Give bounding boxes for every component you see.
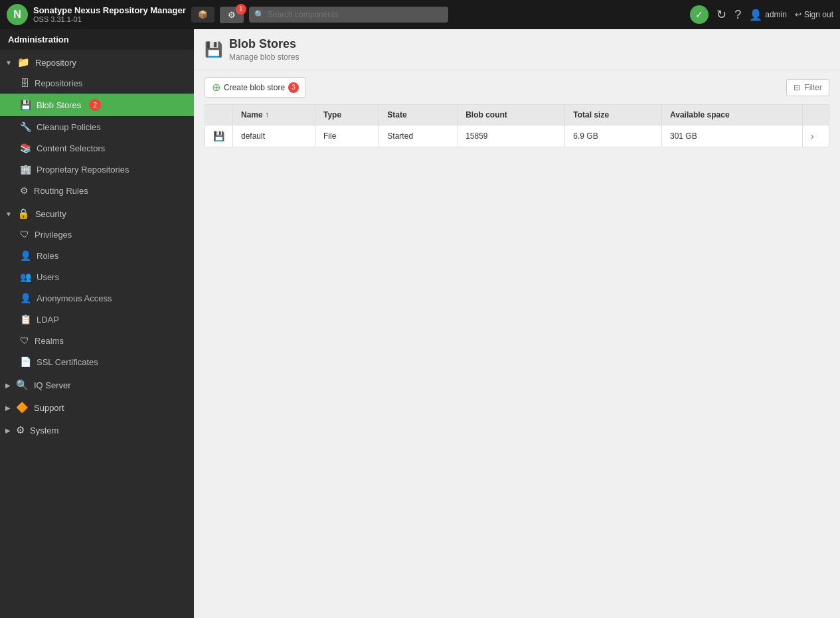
sidebar-item-repositories[interactable]: 🗄 Repositories — [0, 72, 194, 94]
sidebar-item-anonymous-access[interactable]: 👤 Anonymous Access — [0, 287, 194, 309]
sidebar-item-label: LDAP — [37, 315, 59, 325]
refresh-button[interactable]: ↻ — [716, 7, 726, 22]
filter-label: Filter — [804, 83, 822, 92]
iq-server-group-label: IQ Server — [34, 380, 71, 390]
col-available-space-header[interactable]: Available space — [662, 105, 803, 125]
col-total-size-label: Total size — [573, 110, 609, 119]
help-button[interactable]: ? — [734, 8, 741, 22]
page-header-text: Blob Stores Manage blob stores — [229, 37, 299, 62]
page-subtitle: Manage blob stores — [229, 52, 299, 62]
cell-blob-count: 15859 — [458, 125, 565, 147]
sidebar-item-privileges[interactable]: 🛡 Privileges — [0, 224, 194, 245]
cell-total-size: 6.9 GB — [565, 125, 662, 147]
cell-name: default — [233, 125, 315, 147]
gear-badge: 1 — [236, 4, 246, 15]
privileges-icon: 🛡 — [20, 229, 29, 240]
gear-icon: ⚙ — [228, 10, 236, 20]
table-row: 💾 default File Started 15859 6.9 GB 301 … — [205, 125, 829, 147]
user-icon: 👤 — [749, 9, 762, 21]
sidebar-group-security[interactable]: ▼ 🔒 Security — [0, 201, 194, 224]
status-area: ✓ ↻ ? 👤 admin ↩ Sign out — [690, 5, 833, 24]
col-type-header[interactable]: Type — [315, 105, 378, 125]
admin-label: Administration — [0, 29, 194, 50]
signout-label: Sign out — [804, 10, 833, 19]
row-expand-icon[interactable]: › — [811, 131, 814, 141]
health-check-icon[interactable]: ✓ — [690, 5, 709, 24]
sidebar-item-proprietary-repositories[interactable]: 🏢 Proprietary Repositories — [0, 159, 194, 180]
sidebar-item-ldap[interactable]: 📋 LDAP — [0, 309, 194, 330]
col-name-label: Name ↑ — [241, 110, 269, 119]
gear-button[interactable]: ⚙ 1 — [220, 7, 244, 23]
sidebar-item-label: Routing Rules — [34, 186, 88, 196]
search-box[interactable]: 🔍 — [249, 7, 448, 23]
iq-server-group-icon: 🔍 — [16, 379, 29, 391]
user-menu[interactable]: 👤 admin — [749, 9, 787, 21]
ldap-icon: 📋 — [20, 314, 31, 325]
sidebar-section-system: ▶ ⚙ System — [0, 418, 194, 440]
chevron-right-icon: ▶ — [5, 382, 11, 389]
sidebar-item-content-selectors[interactable]: 📚 Content Selectors — [0, 137, 194, 159]
sidebar-item-label: Cleanup Policies — [37, 122, 101, 132]
col-state-header[interactable]: State — [379, 105, 458, 125]
sidebar-item-label: Content Selectors — [37, 143, 105, 153]
app-version: OSS 3.31.1-01 — [33, 15, 186, 24]
filter-icon: ⊟ — [794, 83, 800, 92]
col-type-label: Type — [323, 110, 341, 119]
sidebar-item-roles[interactable]: 👤 Roles — [0, 245, 194, 266]
toolbar: ⊕ Create blob store 3 ⊟ Filter — [194, 70, 840, 104]
topnav: N Sonatype Nexus Repository Manager OSS … — [0, 0, 840, 29]
cleanup-policies-icon: 🔧 — [20, 121, 31, 132]
sidebar-item-label: Roles — [37, 251, 58, 261]
signout-button[interactable]: ↩ Sign out — [795, 10, 833, 19]
create-blob-store-button[interactable]: ⊕ Create blob store 3 — [205, 77, 306, 98]
sidebar-item-label: Privileges — [35, 230, 72, 240]
chevron-down-icon: ▼ — [5, 210, 12, 218]
anonymous-access-icon: 👤 — [20, 293, 31, 303]
col-actions-header — [803, 105, 829, 125]
sidebar-section-repository: ▼ 📁 Repository 🗄 Repositories 💾 Blob Sto… — [0, 50, 194, 201]
blob-stores-badge: 2 — [89, 99, 101, 111]
app-name: Sonatype Nexus Repository Manager — [33, 5, 186, 16]
page-title: Blob Stores — [229, 37, 299, 51]
sidebar-group-iq-server[interactable]: ▶ 🔍 IQ Server — [0, 372, 194, 395]
sidebar-item-cleanup-policies[interactable]: 🔧 Cleanup Policies — [0, 116, 194, 137]
sidebar-item-ssl-certificates[interactable]: 📄 SSL Certificates — [0, 351, 194, 372]
app-logo: N Sonatype Nexus Repository Manager OSS … — [7, 4, 186, 25]
sidebar-item-label: Proprietary Repositories — [37, 165, 129, 175]
plus-icon: ⊕ — [212, 81, 220, 94]
col-name-header[interactable]: Name ↑ — [233, 105, 315, 125]
repositories-icon: 🗄 — [20, 78, 29, 88]
repository-group-label: Repository — [35, 58, 76, 68]
table-wrap: Name ↑ Type State Blob count Total size — [194, 104, 840, 618]
sidebar-group-repository[interactable]: ▼ 📁 Repository — [0, 50, 194, 72]
app-icon: N — [7, 4, 28, 25]
main-content: 💾 Blob Stores Manage blob stores ⊕ Creat… — [194, 29, 840, 618]
sidebar-item-label: Blob Stores — [37, 100, 81, 110]
col-total-size-header[interactable]: Total size — [565, 105, 662, 125]
browse-icon: 📦 — [198, 10, 208, 19]
sidebar-group-system[interactable]: ▶ ⚙ System — [0, 418, 194, 440]
sidebar-item-label: Anonymous Access — [37, 293, 112, 303]
security-group-icon: 🔒 — [17, 208, 30, 220]
browse-button[interactable]: 📦 — [191, 7, 214, 23]
sidebar-item-routing-rules[interactable]: ⚙ Routing Rules — [0, 180, 194, 201]
row-blob-icon: 💾 — [213, 131, 224, 141]
security-group-label: Security — [35, 209, 66, 219]
chevron-right-icon: ▶ — [5, 427, 11, 434]
sidebar-group-support[interactable]: ▶ 🔶 Support — [0, 395, 194, 418]
sidebar-item-blob-stores[interactable]: 💾 Blob Stores 2 — [0, 94, 194, 116]
proprietary-icon: 🏢 — [20, 164, 31, 175]
sidebar-item-users[interactable]: 👥 Users — [0, 266, 194, 287]
chevron-right-icon: ▶ — [5, 404, 11, 412]
col-available-space-label: Available space — [670, 110, 730, 119]
page-header-icon: 💾 — [205, 41, 222, 58]
col-blob-count-header[interactable]: Blob count — [458, 105, 565, 125]
filter-box[interactable]: ⊟ Filter — [786, 79, 829, 96]
roles-icon: 👤 — [20, 250, 31, 261]
sidebar-section-iq-server: ▶ 🔍 IQ Server — [0, 372, 194, 395]
sidebar-item-realms[interactable]: 🛡 Realms — [0, 330, 194, 351]
blob-stores-table: Name ↑ Type State Blob count Total size — [205, 104, 829, 147]
search-input[interactable] — [249, 7, 448, 23]
col-blob-count-label: Blob count — [465, 110, 507, 119]
support-group-icon: 🔶 — [16, 402, 29, 414]
